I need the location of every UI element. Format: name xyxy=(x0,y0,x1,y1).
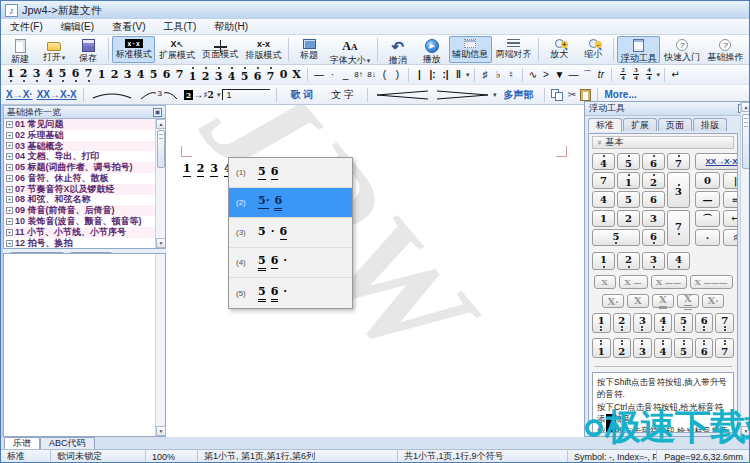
octave-shift-1[interactable]: 8↓ xyxy=(365,66,378,84)
undo-button[interactable]: ↶撤消 xyxy=(381,36,415,63)
standard-mode-button[interactable]: x·x标准模式 xyxy=(112,36,155,63)
ornament-5[interactable]: tr xyxy=(594,66,607,84)
duration-dot-button-3[interactable]: X xyxy=(677,294,699,308)
note-high-3[interactable]: 3 xyxy=(212,66,225,84)
note-mid-4[interactable]: 4 xyxy=(134,66,147,84)
keypad-note-3a[interactable]: 3 xyxy=(667,172,690,208)
expand-plus-icon[interactable]: + xyxy=(6,121,13,128)
duration-dot-button-1[interactable]: X xyxy=(627,294,649,308)
sidebar-item-5[interactable]: +05 标题(词曲作者、调号拍号) xyxy=(4,162,165,173)
expand-plus-icon[interactable]: + xyxy=(6,132,13,139)
note-mid-5[interactable]: 5 xyxy=(147,66,160,84)
lyrics-button[interactable]: 歌 词 xyxy=(281,86,322,104)
scroll-up-icon[interactable]: ▲ xyxy=(741,102,750,112)
barline-2[interactable]: :| xyxy=(439,66,452,84)
beat-x-button[interactable]: X xyxy=(290,66,303,84)
keypad-action-2[interactable]: | xyxy=(723,172,738,189)
keypad-action-8[interactable]: ♯ xyxy=(723,229,738,246)
keypad-action-4[interactable]: ＝ xyxy=(723,191,738,208)
aux-info-button[interactable]: 辅助信息 xyxy=(449,36,492,63)
score-note-3[interactable]: 3 xyxy=(210,162,218,177)
duration-button-1[interactable]: X — xyxy=(619,275,648,289)
score-note-2[interactable]: 2 xyxy=(197,162,205,177)
rhythm-option-5[interactable]: (5)56· xyxy=(229,278,352,308)
note-low-3[interactable]: 3 xyxy=(30,66,43,84)
note-mid-1[interactable]: 1 xyxy=(95,66,108,84)
note-mid-6[interactable]: 6 xyxy=(160,66,173,84)
double-high-1[interactable]: 1 xyxy=(592,338,611,358)
note-high-1[interactable]: 1 xyxy=(186,66,199,84)
menu-item-4[interactable]: 帮助(H) xyxy=(205,19,257,35)
view-tab-乐谱[interactable]: 乐谱 xyxy=(4,437,40,449)
double-high-6[interactable]: 6 xyxy=(695,338,714,358)
tuplet-button[interactable]: 3 xyxy=(136,86,182,104)
keypad-low-1[interactable]: 1 xyxy=(592,252,615,270)
barline-0[interactable]: | xyxy=(413,66,426,84)
rhythm-option-1[interactable]: (1)56 xyxy=(229,158,352,188)
expand-plus-icon[interactable]: + xyxy=(6,218,13,225)
keypad-low-3[interactable]: 3 xyxy=(642,252,665,270)
menu-item-0[interactable]: 文件(F) xyxy=(1,19,52,35)
double-low-4[interactable]: 4 xyxy=(654,313,673,333)
x-to-xdot-button[interactable]: X→X· xyxy=(4,86,35,104)
keypad-note-2[interactable]: 2 xyxy=(617,210,640,227)
note-low-6[interactable]: 6 xyxy=(69,66,82,84)
scrollbar-thumb[interactable] xyxy=(157,130,165,168)
sidebar-item-10[interactable]: +10 装饰音(波音、颤音、顿音等) xyxy=(4,216,165,227)
sidebar-results-list[interactable]: ▼ xyxy=(3,253,166,437)
expand-plus-icon[interactable]: + xyxy=(6,142,13,149)
keypad-note-4[interactable]: 4 xyxy=(592,191,615,208)
layout-mode-button[interactable]: x-x排版模式 xyxy=(242,36,285,63)
ornament-4[interactable]: ⌒ xyxy=(580,66,594,84)
timesig-4-4[interactable]: 44 xyxy=(642,66,655,84)
keypad-note-7a[interactable]: 7 xyxy=(667,153,690,170)
duration-button-0[interactable]: X xyxy=(594,275,616,289)
scrollbar-thumb[interactable] xyxy=(742,114,750,169)
sidebar-scrollbar[interactable]: ▲▼ xyxy=(155,119,165,248)
keypad-action-0[interactable]: XX→X·X xyxy=(695,153,738,170)
sidebar-item-7[interactable]: +07 节奏音符X以及锣鼓经 xyxy=(4,184,165,195)
text-button[interactable]: 文 字 xyxy=(322,86,363,104)
dropdown-arrow-icon[interactable]: ▾ xyxy=(62,54,66,62)
expand-plus-icon[interactable]: + xyxy=(6,196,13,203)
note-high-5[interactable]: 5 xyxy=(238,66,251,84)
note-mid-2[interactable]: 2 xyxy=(108,66,121,84)
note-low-4[interactable]: 4 xyxy=(43,66,56,84)
dropdown-arrow-icon[interactable]: ▾ xyxy=(367,57,371,65)
xx-to-xx-button[interactable]: XX→X-X xyxy=(35,86,79,104)
rhythm-option-3[interactable]: (3)5·6 xyxy=(229,218,352,248)
barline-1[interactable]: |: xyxy=(426,66,439,84)
results-scrollbar[interactable]: ▼ xyxy=(155,254,165,436)
dropdown-arrow-icon[interactable]: ▾ xyxy=(466,71,470,79)
keypad-note-5b[interactable]: 5 xyxy=(592,229,640,246)
sidebar-item-6[interactable]: +06 音符、休止符、散板 xyxy=(4,173,165,184)
double-high-3[interactable]: 3 xyxy=(633,338,652,358)
duration-dot-button-4[interactable]: X· xyxy=(702,294,724,308)
sidebar-item-3[interactable]: +03 基础概念 xyxy=(4,141,165,152)
sidebar-item-2[interactable]: +02 乐理基础 xyxy=(4,130,165,141)
note-low-1[interactable]: 1 xyxy=(4,66,17,84)
note-high-2[interactable]: 2 xyxy=(199,66,212,84)
expand-plus-icon[interactable]: + xyxy=(6,240,13,247)
double-high-4[interactable]: 4 xyxy=(654,338,673,358)
panel-tab-页面[interactable]: 页面 xyxy=(658,118,692,131)
accidental-2[interactable]: ♮ xyxy=(505,66,518,84)
double-high-2[interactable]: 2 xyxy=(613,338,632,358)
keypad-note-7[interactable]: 7 xyxy=(592,172,615,189)
keypad-action-7[interactable]: · xyxy=(695,229,720,246)
accidental-1[interactable]: ♭ xyxy=(492,66,505,84)
font-size-button[interactable]: AA字体大小▾ xyxy=(326,36,374,63)
keypad-note-6a[interactable]: 6 xyxy=(642,153,665,170)
sidebar-item-8[interactable]: +08 和弦、和弦名称 xyxy=(4,195,165,206)
save-button[interactable]: 保存 xyxy=(71,36,105,63)
menu-item-1[interactable]: 编辑(E) xyxy=(52,19,103,35)
keypad-note-1a[interactable]: 1 xyxy=(617,172,640,189)
double-low-7[interactable]: 7 xyxy=(715,313,734,333)
expand-plus-icon[interactable]: + xyxy=(6,229,13,236)
note-high-7[interactable]: 7 xyxy=(264,66,277,84)
double-low-5[interactable]: 5 xyxy=(674,313,693,333)
ornament-3[interactable]: — xyxy=(566,66,580,84)
paren-0[interactable]: ( xyxy=(378,66,391,84)
slur-button[interactable] xyxy=(88,86,136,104)
note-mid-3[interactable]: 3 xyxy=(121,66,134,84)
